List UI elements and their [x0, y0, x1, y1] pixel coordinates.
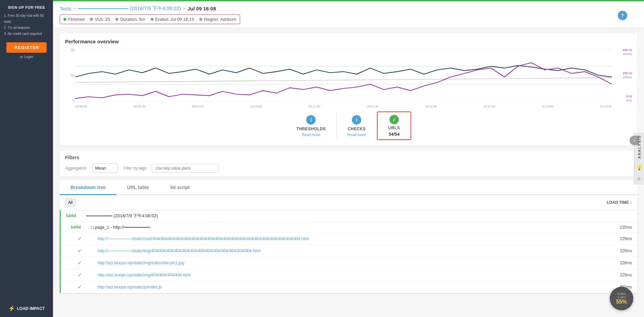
breadcrumb: Tests > —————————— (2018/7/9 下午4:08:02) …	[60, 5, 637, 12]
y-right-400ms: 400ms	[623, 52, 632, 56]
y-label-32: 32	[65, 48, 74, 52]
y-right-mid: 200 r/s 200ms	[613, 72, 632, 79]
feature-2: 2. Try all features	[4, 25, 49, 31]
load-impact-logo: ⚡ LOAD IMPACT	[8, 300, 45, 312]
chart-y-left: 32 16 0	[65, 48, 74, 102]
breadcrumb-arrow-2: >	[183, 6, 185, 11]
row-link-6[interactable]: http://azt.leoops.vip/static/img/404/404…	[98, 273, 191, 277]
y-right-200rs: 200 r/s	[623, 72, 632, 75]
row-count-2: 54/54	[71, 225, 91, 230]
y-right-200ms: 200ms	[623, 76, 632, 79]
checks-icon: i	[352, 115, 361, 125]
filter-tags-label: Filter by tags	[123, 166, 147, 171]
help-button[interactable]: ?	[618, 11, 627, 20]
row-link-5[interactable]: http://azt.leoops.vip/static/img/subscri…	[98, 261, 184, 265]
row-link-7[interactable]: http://azt.leoops.vip/static/js/index.js	[98, 285, 162, 289]
feature-3: 3. No credit card required	[4, 31, 49, 37]
row-time-4: 229ms	[612, 248, 632, 253]
urls-check-icon: ✓	[389, 115, 399, 124]
x-label-10: 16:13:30	[600, 105, 612, 108]
row-name-6: http://azt.leoops.vip/static/img/404/404…	[98, 272, 612, 277]
tab-url-table[interactable]: URL table	[116, 181, 160, 195]
row-link-3[interactable]: http://——————/static/css/i/404/404/404/4…	[98, 236, 309, 241]
y-label-0: 0	[65, 98, 74, 102]
row-time-6: 229ms	[612, 273, 632, 277]
row-link-4[interactable]: http://——————/static/img/404/404/404/404…	[98, 248, 261, 253]
load-time-header[interactable]: LOAD TIME ↕	[607, 200, 632, 205]
x-label-3: 16:10:00	[192, 105, 204, 108]
aggregation-select[interactable]: Mean Median Min Max	[92, 164, 118, 173]
page-header: Tests > —————————— (2018/7/9 下午4:08:02) …	[53, 1, 644, 28]
status-dot-green	[63, 18, 66, 21]
all-select[interactable]: All	[65, 198, 76, 207]
x-label-7: 16:12:00	[425, 105, 437, 108]
filters-title: Filters	[65, 155, 632, 160]
list-icon[interactable]: ≡	[638, 176, 641, 182]
row-name-5: http://azt.leoops.vip/static/img/subscri…	[98, 260, 612, 265]
y-right-0ms: 0ms	[626, 99, 632, 102]
thresholds-read-more[interactable]: Read more	[302, 133, 320, 137]
row-count-1: 54/54	[66, 214, 86, 218]
status-ended-text: Ended: Jul 09 16:13	[155, 17, 194, 22]
tab-breakdown-tree[interactable]: Breakdown tree	[60, 181, 116, 195]
row-check-5: ✓	[77, 260, 98, 266]
current-page-title: Jul 09 16:08	[187, 6, 216, 11]
main-content: Tests > —————————— (2018/7/9 下午4:08:02) …	[53, 0, 644, 317]
row-check-7: ✓	[77, 284, 98, 290]
status-duration-text: Duration: 5m	[120, 17, 145, 22]
urls-label: URLS	[388, 126, 400, 130]
speed-indicator: 0.3k/s 2.1k/s 55%	[610, 287, 633, 310]
tab-k6script[interactable]: k6 script	[160, 181, 201, 195]
status-region-text: Region: Ashburn	[204, 17, 236, 22]
table-row: 54/54 —————— (2018/7/9 下午4:08:02)	[60, 210, 637, 222]
test-date: (2018/7/9 下午4:08:02)	[130, 5, 181, 11]
upload-speed: 0.3k/s	[618, 292, 626, 296]
features-list: 1. Free 30-day trial with 50 tests 2. Tr…	[4, 13, 49, 37]
thresholds-label: THRESHOLDS	[297, 127, 326, 131]
sidebar: SIGN UP FOR FREE 1. Free 30-day trial wi…	[0, 0, 53, 317]
stats-row: i THRESHOLDS Read more i CHECKS Read mor…	[65, 111, 632, 140]
table-area: All LOAD TIME ↕ 54/54 —————— (2018/7/9 下…	[60, 195, 637, 293]
x-label-4: 16:10:30	[250, 105, 262, 108]
x-label-2: 16:09:30	[133, 105, 145, 108]
breadcrumb-arrow-1: >	[73, 6, 76, 11]
row-name-3: http://——————/static/css/i/404/404/404/4…	[98, 236, 612, 241]
row-check-3: ✓	[77, 235, 98, 242]
speed-percent: 55%	[616, 299, 627, 305]
filter-tags-input[interactable]	[152, 164, 219, 173]
y-right-0rs: 0 r/s	[626, 95, 632, 98]
x-label-9: 16:13:00	[542, 105, 553, 108]
bulb-icon[interactable]: 💡	[636, 164, 643, 171]
chart-plot-area: 16:09:00 16:09:30 16:10:00 16:10:30 16:1…	[75, 48, 612, 102]
filters-row: Aggregation Mean Median Min Max Filter b…	[65, 164, 632, 173]
signup-label: SIGN UP FOR FREE	[8, 5, 45, 9]
y-right-bot: 0 r/s 0ms	[613, 95, 632, 102]
row-name-1: —————— (2018/7/9 下午4:08:02)	[86, 213, 612, 219]
performance-card: Performance overview 32 16 0	[60, 33, 637, 145]
row-name-4: http://——————/static/img/404/404/404/404…	[98, 248, 612, 253]
header-row: Tests > —————————— (2018/7/9 下午4:08:02) …	[60, 5, 637, 12]
y-right-top: 400 r/s 400ms	[613, 48, 632, 56]
chart-x-labels: 16:09:00 16:09:30 16:10:00 16:10:30 16:1…	[75, 105, 612, 108]
row-name-2: □ page_1 - http://——————	[91, 225, 612, 230]
status-vus-text: VUs: 25	[95, 17, 110, 22]
logo-text: LOAD IMPACT	[17, 306, 45, 311]
urls-count: 54/54	[389, 132, 400, 137]
row-check-6: ✓	[77, 272, 98, 278]
row-time-2: 235ms	[612, 225, 632, 230]
thresholds-stat: i THRESHOLDS Read more	[286, 112, 337, 139]
status-ended: Ended: Jul 09 16:13	[151, 17, 194, 22]
checks-stat: i CHECKS Read more	[337, 112, 377, 139]
row-time-5: 228ms	[612, 261, 632, 265]
table-row: ✓ http://azt.leoops.vip/static/img/404/4…	[60, 269, 637, 281]
breadcrumb-tests[interactable]: Tests	[60, 6, 71, 11]
checks-read-more[interactable]: Read more	[347, 133, 366, 137]
breadcrumb-test-name: —————————— (2018/7/9 下午4:08:02)	[78, 5, 181, 12]
table-row: ✓ http://azt.leoops.vip/static/img/subsc…	[60, 257, 637, 269]
y-label-16: 16	[65, 74, 74, 77]
table-section: Breakdown tree URL table k6 script All L…	[60, 181, 637, 293]
urls-stat: ✓ URLS 54/54	[377, 111, 412, 140]
x-label-8: 16:12:30	[483, 105, 495, 108]
register-button[interactable]: REGISTER	[6, 42, 47, 53]
table-controls: All LOAD TIME ↕	[60, 195, 637, 210]
